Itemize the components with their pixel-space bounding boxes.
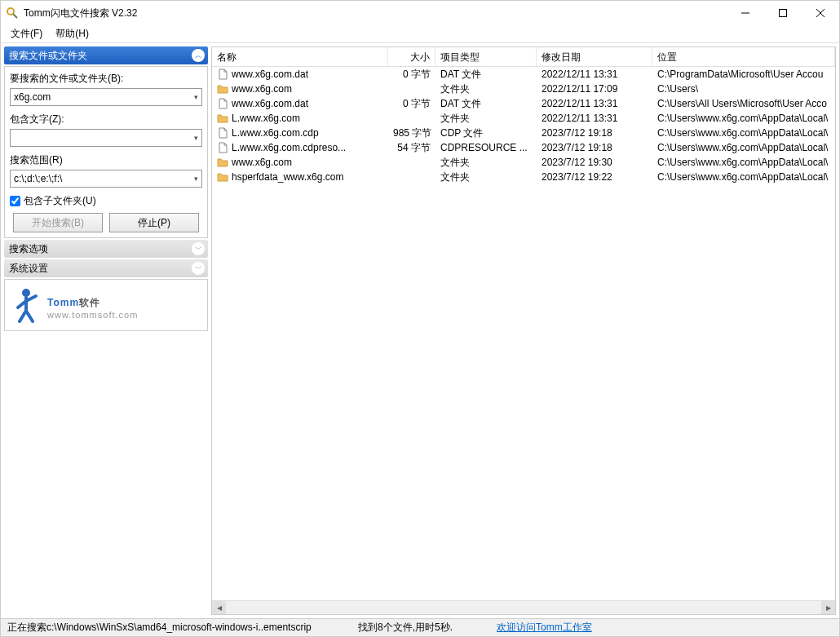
panel-settings-header[interactable]: 系统设置 ﹀ (4, 259, 208, 277)
col-header-date[interactable]: 修改日期 (537, 47, 652, 66)
label-search-target: 要搜索的文件或文件夹(B): (10, 72, 202, 86)
logo-box: Tomm软件 www.tommsoft.com (4, 279, 208, 331)
folder-icon (217, 113, 228, 124)
scroll-left-icon[interactable]: ◀ (212, 601, 226, 614)
content-area: 搜索文件或文件夹 ︿ 要搜索的文件或文件夹(B): x6g.com ▾ 包含文字… (1, 43, 839, 618)
statusbar: 正在搜索c:\Windows\WinSxS\amd64_microsoft-wi… (1, 618, 839, 636)
close-button[interactable] (802, 1, 839, 25)
table-row[interactable]: www.x6g.com.dat0 字节DAT 文件2022/12/11 13:3… (212, 96, 835, 111)
logo-icon (10, 285, 42, 325)
file-icon (217, 127, 228, 139)
titlebar: Tomm闪电文件搜索 V2.32 (1, 1, 839, 25)
panel-options-header[interactable]: 搜索选项 ﹀ (4, 240, 208, 258)
svg-line-1 (13, 14, 17, 18)
minimize-button[interactable] (727, 1, 764, 25)
window-title: Tomm闪电文件搜索 V2.32 (24, 7, 727, 20)
col-header-location[interactable]: 位置 (652, 47, 835, 66)
status-found: 找到8个文件,用时5秒. (355, 621, 493, 635)
contain-text-input[interactable]: ▾ (10, 129, 202, 147)
results-header: 名称 大小 项目类型 修改日期 位置 (212, 47, 835, 67)
label-search-scope: 搜索范围(R) (10, 153, 202, 167)
dropdown-icon: ▾ (194, 134, 198, 142)
start-search-button[interactable]: 开始搜索(B) (13, 213, 103, 232)
svg-point-0 (7, 8, 14, 15)
window-controls (727, 1, 839, 25)
col-header-name[interactable]: 名称 (212, 47, 388, 66)
logo-brand2: 软件 (79, 297, 100, 308)
maximize-button[interactable] (764, 1, 802, 25)
results-list[interactable]: www.x6g.com.dat0 字节DAT 文件2022/12/11 13:3… (212, 67, 835, 600)
file-icon (217, 69, 228, 80)
table-row[interactable]: www.x6g.com.dat0 字节DAT 文件2022/12/11 13:3… (212, 67, 835, 82)
dropdown-icon: ▾ (194, 175, 198, 183)
logo-url: www.tommsoft.com (47, 310, 138, 320)
search-scope-input[interactable]: c:\;d:\;e:\;f:\ ▾ (10, 170, 202, 188)
status-link[interactable]: 欢迎访问Tomm工作室 (497, 622, 592, 633)
folder-icon (217, 83, 228, 95)
results-pane: 名称 大小 项目类型 修改日期 位置 www.x6g.com.dat0 字节DA… (211, 46, 836, 615)
chevron-down-icon: ﹀ (192, 262, 205, 275)
sidebar: 搜索文件或文件夹 ︿ 要搜索的文件或文件夹(B): x6g.com ▾ 包含文字… (1, 43, 211, 618)
col-header-type[interactable]: 项目类型 (435, 47, 537, 66)
folder-icon (217, 171, 228, 183)
scroll-right-icon[interactable]: ▶ (821, 601, 835, 614)
menu-help[interactable]: 帮助(H) (49, 25, 95, 42)
panel-options-title: 搜索选项 (9, 242, 48, 256)
table-row[interactable]: L.www.x6g.com文件夹2022/12/11 13:31C:\Users… (212, 111, 835, 126)
label-contain-text: 包含文字(Z): (10, 113, 202, 126)
logo-brand1: Tomm (47, 297, 79, 308)
dropdown-icon: ▾ (194, 93, 198, 101)
table-row[interactable]: L.www.x6g.com.cdpreso...54 字节CDPRESOURCE… (212, 140, 835, 155)
horizontal-scrollbar[interactable]: ◀ ▶ (212, 600, 835, 614)
menu-file[interactable]: 文件(F) (4, 25, 49, 42)
table-row[interactable]: hsperfdata_www.x6g.com文件夹2023/7/12 19:22… (212, 170, 835, 184)
include-subfolder-checkbox[interactable] (10, 196, 20, 206)
table-row[interactable]: www.x6g.com文件夹2023/7/12 19:30C:\Users\ww… (212, 155, 835, 170)
file-icon (217, 142, 228, 153)
panel-search-body: 要搜索的文件或文件夹(B): x6g.com ▾ 包含文字(Z): ▾ 搜索范围… (4, 66, 208, 238)
status-searching: 正在搜索c:\Windows\WinSxS\amd64_microsoft-wi… (4, 621, 355, 635)
chevron-up-icon: ︿ (192, 49, 205, 62)
file-icon (217, 98, 228, 109)
include-subfolder-label: 包含子文件夹(U) (24, 194, 96, 208)
table-row[interactable]: L.www.x6g.com.cdp985 字节CDP 文件2023/7/12 1… (212, 126, 835, 140)
menubar: 文件(F) 帮助(H) (1, 25, 839, 43)
panel-search-header[interactable]: 搜索文件或文件夹 ︿ (4, 46, 208, 64)
col-header-size[interactable]: 大小 (388, 47, 435, 66)
search-target-input[interactable]: x6g.com ▾ (10, 88, 202, 106)
svg-rect-3 (780, 10, 787, 17)
panel-settings-title: 系统设置 (9, 262, 48, 276)
panel-search-title: 搜索文件或文件夹 (9, 49, 87, 63)
table-row[interactable]: www.x6g.com文件夹2022/12/11 17:09C:\Users\ (212, 82, 835, 96)
chevron-down-icon: ﹀ (192, 242, 205, 255)
folder-icon (217, 157, 228, 168)
stop-search-button[interactable]: 停止(P) (109, 213, 199, 232)
app-icon (6, 7, 19, 20)
